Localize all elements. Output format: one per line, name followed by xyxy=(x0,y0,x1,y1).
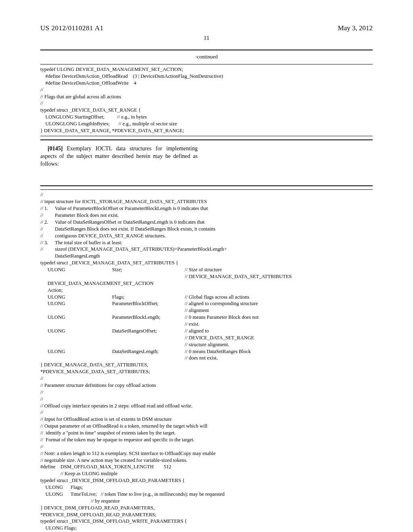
code-block-1: typedef ULONG DEVICE_DATA_MANAGEMENT_SET… xyxy=(40,66,373,134)
publication-date: May 3, 2012 xyxy=(338,24,373,32)
code-comment-line: //contiguous DEVICE_DATA_SET_RANGE struc… xyxy=(40,233,373,239)
code2-head: // // input structure for IOCTL_STORAGE_… xyxy=(40,191,373,205)
paragraph-0145: [0145] Exemplary IOCTL data structures f… xyxy=(40,145,198,168)
rule-mid-2 xyxy=(40,139,373,140)
struct-member-comment: // structure alignment. xyxy=(40,341,373,348)
code-comment-line: // 2.Value of DataSetRangesOffset or Dat… xyxy=(40,219,373,226)
rule-top-1 xyxy=(40,50,373,50)
paragraph-number: [0145] xyxy=(48,145,63,152)
code-comment-line: DataSetRangesLength xyxy=(40,253,373,260)
code2-typedef-close: } DEVICE_MANAGE_DATA_SET_ATTRIBUTES, *PD… xyxy=(40,362,373,375)
page-number: 11 xyxy=(40,35,373,42)
code-comment-line: // 1.Value of ParameterBlockOffset or Pa… xyxy=(40,205,373,212)
struct-member-comment: // alignment xyxy=(40,307,373,314)
struct-member-comment: // DEVICE_DATA_SET_RANGE xyxy=(40,335,373,341)
rule-top-2 xyxy=(40,64,373,64)
publication-number: US 2012/0110281 A1 xyxy=(40,24,104,32)
code2-typedef-open: typedef struct _DEVICE_MANAGE_DATA_SET_A… xyxy=(40,260,373,266)
struct-member-comment: // does not exist. xyxy=(40,355,373,362)
struct-member: DEVICE_DATA_MANAGEMENT_SET_ACTION Action… xyxy=(40,280,373,294)
struct-member-comment: // exist. xyxy=(40,321,373,328)
rule-code2-top1 xyxy=(40,185,373,186)
code-comment-line: //DataSetRanges Block does not exist. If… xyxy=(40,226,373,233)
struct-member: ULONGSize;// Size of structure xyxy=(40,266,373,273)
paragraph-text: Exemplary IOCTL data structures for impl… xyxy=(40,145,198,167)
struct-member: ULONGDataSetRangesLength;// 0 means Data… xyxy=(40,348,373,355)
patent-page: US 2012/0110281 A1 May 3, 2012 11 -conti… xyxy=(0,0,413,532)
rule-code2-top2 xyxy=(40,189,373,190)
struct-member: ULONGParameterBlockLength;// 0 means Par… xyxy=(40,314,373,321)
struct-member: ULONGParameterBlockOffset;// aligned to … xyxy=(40,300,373,307)
code-block-2: // // input structure for IOCTL_STORAGE_… xyxy=(40,191,373,532)
struct-member: ULONGFlags;// Global flags across all ac… xyxy=(40,294,373,301)
struct-member: ULONGDataSetRangesOffset;// aligned to xyxy=(40,328,373,335)
struct-member-comment: // DEVICE_MANAGE_DATA_SET_ATTRIBUTES xyxy=(40,273,373,280)
code-comment-line: //sizeof (DEVICE_MANAGE_DATA_SET_ATTRIBU… xyxy=(40,246,373,253)
code2-mid: // // Parameter structure definitions fo… xyxy=(40,375,373,532)
rule-mid-1 xyxy=(40,136,373,136)
code-comment-line: // 3.The total size of buffer is at leas… xyxy=(40,239,373,246)
code-comment-line: //Parameter Block does not exist. xyxy=(40,212,373,219)
continued-label: -continued xyxy=(40,54,373,60)
page-header: US 2012/0110281 A1 May 3, 2012 xyxy=(40,24,373,32)
